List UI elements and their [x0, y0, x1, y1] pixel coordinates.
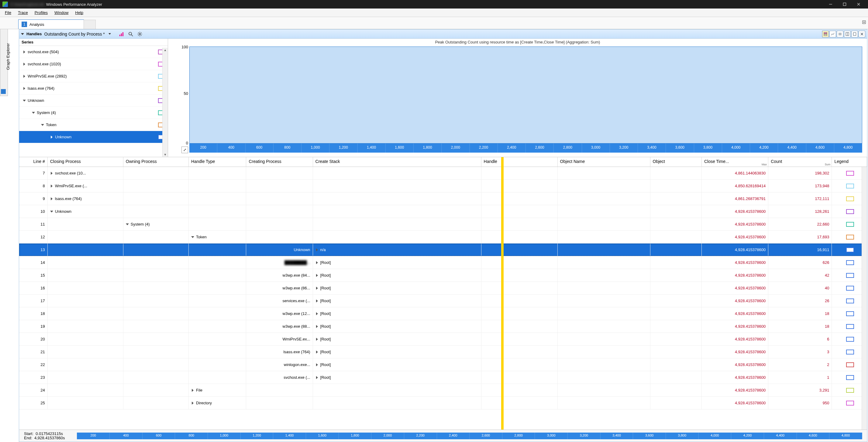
expand-icon[interactable]: [51, 136, 53, 139]
expand-icon[interactable]: [51, 184, 53, 187]
view-chart-table-icon[interactable]: [822, 31, 829, 37]
table-row[interactable]: 12Token4,928.41537860017,693: [19, 231, 867, 243]
table-row[interactable]: 18w3wp.exe (12...[Root]4,928.41537860018: [19, 307, 867, 320]
expand-icon[interactable]: [192, 389, 194, 392]
expand-icon[interactable]: [32, 112, 35, 114]
table-row[interactable]: 7svchost.exe (10...4,861.144063830198,30…: [19, 167, 867, 180]
column-cproc[interactable]: Closing Process: [48, 157, 123, 167]
expand-icon[interactable]: [23, 75, 25, 78]
view-maximize-icon[interactable]: [851, 31, 858, 37]
series-item[interactable]: lsass.exe (764): [19, 82, 168, 94]
expand-icon[interactable]: [316, 325, 318, 328]
grid-body[interactable]: 7svchost.exe (10...4,861.144063830198,30…: [19, 167, 867, 430]
series-scrollbar[interactable]: ▲ ▼: [162, 48, 168, 157]
menu-file[interactable]: File: [2, 9, 14, 16]
table-row[interactable]: 23svchost.exe (...[Root]4,928.4153786001: [19, 371, 867, 384]
expand-icon[interactable]: [316, 261, 318, 264]
column-crproc[interactable]: Creating Process: [246, 157, 313, 167]
table-row[interactable]: 11System (4)4,928.41537860022,660: [19, 218, 867, 231]
series-item[interactable]: Unknown: [19, 94, 168, 107]
table-row[interactable]: 21lsass.exe (764)[Root]4,928.4153786003: [19, 346, 867, 358]
menu-window[interactable]: Window: [51, 9, 71, 16]
close-button[interactable]: [851, 0, 866, 8]
collapse-panel-icon[interactable]: [21, 33, 24, 35]
table-row[interactable]: 14████████...[Root]4,928.415378600626: [19, 256, 867, 269]
tab-overflow[interactable]: [84, 20, 96, 29]
expand-icon[interactable]: [51, 172, 53, 175]
expand-icon[interactable]: [23, 100, 26, 101]
expand-icon[interactable]: [41, 124, 44, 126]
view-chart-only-icon[interactable]: [829, 31, 836, 37]
minimize-button[interactable]: [824, 0, 838, 8]
series-item[interactable]: Unknown: [19, 131, 168, 143]
scroll-up-icon[interactable]: ▲: [163, 48, 167, 52]
series-item[interactable]: svchost.exe (504): [19, 46, 168, 58]
column-object[interactable]: Object: [650, 157, 702, 167]
view-table-only-icon[interactable]: [837, 31, 843, 37]
expand-icon[interactable]: [316, 376, 318, 379]
table-row[interactable]: 8WmiPrvSE.exe (...4,850.628169414173,948: [19, 180, 867, 193]
expand-icon[interactable]: [316, 363, 318, 366]
column-cstack[interactable]: Create Stack: [313, 157, 482, 167]
pin-icon[interactable]: [1, 89, 6, 94]
column-objname[interactable]: Object Name: [558, 157, 650, 167]
grid-divider[interactable]: [501, 157, 504, 430]
table-row[interactable]: 19w3wp.exe (88...[Root]4,928.41537860018: [19, 320, 867, 333]
column-close[interactable]: Close Time...Max: [702, 157, 768, 167]
expand-icon[interactable]: [126, 224, 129, 225]
column-handle[interactable]: Handle: [482, 157, 558, 167]
expand-icon[interactable]: [191, 236, 194, 238]
column-count[interactable]: CountSum: [768, 157, 832, 167]
table-row[interactable]: 9lsass.exe (764)4,861.268736791172,111: [19, 193, 867, 205]
scroll-down-icon[interactable]: ▼: [163, 152, 167, 157]
series-tree[interactable]: svchost.exe (504)svchost.exe (1020)WmiPr…: [19, 46, 168, 157]
table-row[interactable]: 16w3wp.exe (86...[Root]4,928.41537860040: [19, 282, 867, 295]
chart-plot[interactable]: [189, 47, 862, 144]
column-line[interactable]: Line #: [19, 157, 48, 167]
table-row[interactable]: 24File4,928.4153786003,291: [19, 384, 867, 397]
expand-icon[interactable]: [23, 87, 25, 90]
time-ruler[interactable]: 2004006008001,0001,2001,4001,6001,8002,0…: [77, 433, 862, 439]
search-icon[interactable]: [127, 31, 134, 37]
menu-profiles[interactable]: Profiles: [32, 9, 51, 16]
zoom-reset-icon[interactable]: ⤢: [181, 147, 188, 153]
tab-analysis[interactable]: 1 Analysis: [18, 20, 84, 29]
view-split-icon[interactable]: [844, 31, 851, 37]
column-htype[interactable]: Handle Type: [189, 157, 246, 167]
expand-icon[interactable]: [316, 351, 318, 354]
expand-icon[interactable]: [316, 274, 318, 277]
expand-icon[interactable]: [862, 20, 866, 25]
grid-scrollbar[interactable]: [862, 167, 867, 430]
table-row[interactable]: 20WmiPrvSE.ex...[Root]4,928.4153786006: [19, 333, 867, 346]
series-item[interactable]: svchost.exe (1020): [19, 58, 168, 70]
menu-help[interactable]: Help: [72, 9, 86, 16]
chart-xaxis[interactable]: 2004006008001,0001,2001,4001,6001,8002,0…: [189, 144, 862, 153]
maximize-button[interactable]: [838, 0, 851, 8]
expand-icon[interactable]: [316, 248, 318, 252]
expand-icon[interactable]: [23, 51, 25, 54]
menu-trace[interactable]: Trace: [15, 9, 31, 16]
column-oproc[interactable]: Owning Process: [123, 157, 189, 167]
grid-header[interactable]: Line #Closing ProcessOwning ProcessHandl…: [19, 157, 867, 167]
preset-dropdown-icon[interactable]: [108, 33, 111, 35]
expand-icon[interactable]: [51, 197, 53, 200]
expand-icon[interactable]: [192, 402, 194, 405]
table-row[interactable]: 17services.exe (...[Root]4,928.415378600…: [19, 295, 867, 307]
expand-icon[interactable]: [316, 299, 318, 302]
series-item[interactable]: WmiPrvSE.exe (2892): [19, 70, 168, 82]
chart-type-icon[interactable]: [118, 31, 125, 37]
table-row[interactable]: 22winlogon.exe...[Root]4,928.4153786002: [19, 358, 867, 371]
table-row[interactable]: 15w3wp.exe (84...[Root]4,928.41537860042: [19, 269, 867, 282]
series-item[interactable]: System (4): [19, 107, 168, 119]
column-legend[interactable]: Legend: [832, 157, 867, 167]
table-row[interactable]: 13Unknownn/a4,928.41537860016,911: [19, 243, 867, 256]
expand-icon[interactable]: [23, 63, 25, 66]
series-item[interactable]: Token: [19, 119, 168, 131]
table-row[interactable]: 25Directory4,928.415378600950: [19, 397, 867, 410]
expand-icon[interactable]: [316, 312, 318, 315]
gear-icon[interactable]: [136, 31, 143, 37]
panel-preset[interactable]: Outstanding Count by Process *: [44, 32, 105, 36]
expand-icon[interactable]: [316, 287, 318, 290]
panel-close-icon[interactable]: [859, 31, 865, 37]
expand-icon[interactable]: [316, 338, 318, 341]
